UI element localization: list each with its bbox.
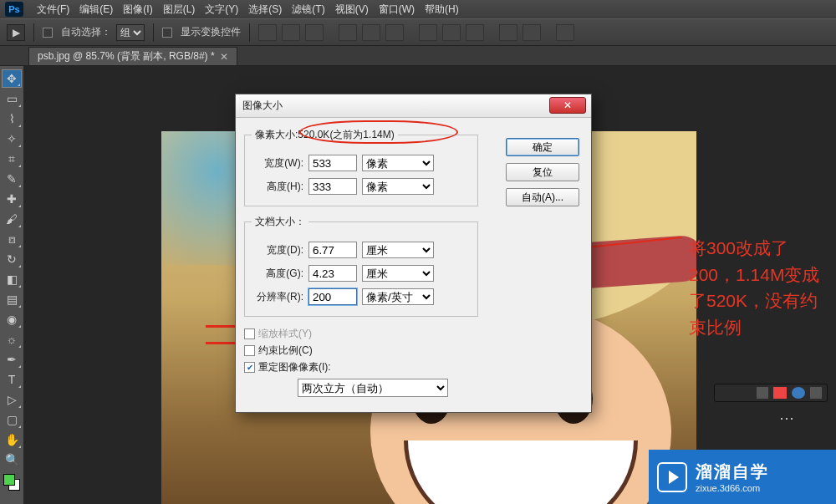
pixel-legend-prefix: 像素大小: bbox=[255, 129, 298, 140]
watermark-brand: 溜溜自学 bbox=[696, 461, 769, 483]
distribute-spacing-h-icon[interactable] bbox=[499, 24, 517, 41]
distribute-spacing-v-icon[interactable] bbox=[522, 24, 541, 41]
distribute-v-icon[interactable] bbox=[442, 24, 461, 41]
pen-tool[interactable]: ✒ bbox=[2, 350, 22, 369]
resample-method-dropdown[interactable]: 两次立方（自动） bbox=[298, 379, 448, 397]
auto-select-dropdown[interactable]: 组 bbox=[116, 24, 145, 41]
history-brush-tool[interactable]: ↻ bbox=[2, 250, 22, 268]
move-tool-icon[interactable]: ▶ bbox=[7, 24, 25, 41]
align-center-v-icon[interactable] bbox=[362, 24, 380, 41]
align-center-h-icon[interactable] bbox=[282, 24, 300, 41]
separator bbox=[249, 23, 250, 42]
hand-tool[interactable]: ✋ bbox=[2, 430, 22, 449]
stamp-tool[interactable]: ⧈ bbox=[2, 230, 22, 248]
gradient-tool[interactable]: ▤ bbox=[2, 290, 22, 308]
auto-button[interactable]: 自动(A)... bbox=[506, 188, 579, 206]
watermark-play-icon bbox=[657, 462, 687, 492]
path-select-tool[interactable]: ▷ bbox=[2, 390, 22, 409]
tools-panel: ✥ ▭ ⌇ ✧ ⌗ ✎ ✚ 🖌 ⧈ ↻ ◧ ▤ ◉ ☼ ✒ T ▷ ▢ ✋ 🔍 bbox=[0, 66, 23, 491]
menubar: Ps 文件(F) 编辑(E) 图像(I) 图层(L) 文字(Y) 选择(S) 滤… bbox=[0, 0, 836, 18]
align-top-icon[interactable] bbox=[339, 24, 357, 41]
menu-image[interactable]: 图像(I) bbox=[118, 3, 157, 17]
height-px-label: 高度(H): bbox=[252, 180, 303, 194]
ok-button[interactable]: 确定 bbox=[506, 138, 579, 156]
separator bbox=[153, 23, 154, 42]
width-px-input[interactable] bbox=[308, 155, 357, 171]
distribute-center-icon[interactable] bbox=[466, 24, 484, 41]
dialog-close-button[interactable]: ✕ bbox=[549, 97, 586, 114]
document-size-group: 文档大小： 宽度(D): 厘米 高度(G): 厘米 分辨率(R): 像素/英寸 bbox=[244, 215, 478, 317]
menu-select[interactable]: 选择(S) bbox=[243, 3, 287, 17]
dock-icon[interactable] bbox=[757, 387, 768, 399]
lasso-tool[interactable]: ⌇ bbox=[2, 109, 22, 128]
close-tab-icon[interactable]: ✕ bbox=[220, 51, 228, 63]
3d-mode-icon[interactable] bbox=[556, 24, 574, 41]
tab-document[interactable]: psb.jpg @ 85.7% (背景 副本, RGB/8#) * ✕ bbox=[28, 47, 237, 65]
move-tool[interactable]: ✥ bbox=[2, 69, 22, 88]
height-px-input[interactable] bbox=[308, 178, 357, 195]
width-doc-unit[interactable]: 厘米 bbox=[362, 242, 434, 258]
shape-tool[interactable]: ▢ bbox=[2, 410, 22, 429]
dialog-titlebar[interactable]: 图像大小 ✕ bbox=[236, 94, 591, 118]
marquee-tool[interactable]: ▭ bbox=[2, 89, 22, 108]
show-transform-label: 显示变换控件 bbox=[181, 25, 241, 39]
dialog-body: 确定 复位 自动(A)... 像素大小:520.0K(之前为1.14M) 宽度(… bbox=[236, 118, 591, 412]
panel-collapse-icon[interactable]: ⋯ bbox=[779, 409, 796, 427]
constrain-proportions-checkbox[interactable] bbox=[244, 345, 255, 356]
resolution-unit[interactable]: 像素/英寸 bbox=[362, 288, 434, 305]
arrow-icon: ▶ bbox=[13, 27, 20, 38]
distribute-h-icon[interactable] bbox=[419, 24, 437, 41]
width-px-label: 宽度(W): bbox=[252, 156, 303, 171]
dialog-title: 图像大小 bbox=[242, 99, 283, 113]
dock-icon[interactable] bbox=[810, 387, 822, 399]
menu-filter[interactable]: 滤镜(T) bbox=[287, 3, 329, 17]
ps-logo: Ps bbox=[5, 2, 23, 17]
height-doc-input[interactable] bbox=[308, 265, 357, 282]
brush-tool[interactable]: 🖌 bbox=[2, 210, 22, 228]
width-doc-label: 宽度(D): bbox=[252, 243, 303, 257]
align-right-icon[interactable] bbox=[305, 24, 324, 41]
crop-tool[interactable]: ⌗ bbox=[2, 150, 22, 168]
dock-icon-blue[interactable] bbox=[792, 387, 805, 399]
wand-tool[interactable]: ✧ bbox=[2, 130, 22, 148]
height-doc-unit[interactable]: 厘米 bbox=[362, 265, 434, 282]
menu-help[interactable]: 帮助(H) bbox=[420, 3, 464, 17]
scale-styles-label: 缩放样式(Y) bbox=[258, 327, 312, 341]
dock-icon-red[interactable] bbox=[773, 387, 787, 399]
heal-tool[interactable]: ✚ bbox=[2, 190, 22, 208]
separator bbox=[33, 23, 34, 42]
foreground-color-swatch[interactable] bbox=[3, 474, 15, 486]
menu-view[interactable]: 视图(V) bbox=[330, 3, 374, 17]
constrain-proportions-label: 约束比例(C) bbox=[258, 344, 313, 358]
menu-type[interactable]: 文字(Y) bbox=[200, 3, 243, 17]
dodge-tool[interactable]: ☼ bbox=[2, 330, 22, 349]
zoom-tool[interactable]: 🔍 bbox=[2, 451, 22, 469]
auto-select-checkbox[interactable] bbox=[43, 28, 53, 38]
reset-button[interactable]: 复位 bbox=[506, 163, 579, 181]
options-bar: ▶ 自动选择： 组 显示变换控件 bbox=[0, 18, 836, 46]
image-mouth bbox=[404, 440, 638, 504]
menu-edit[interactable]: 编辑(E) bbox=[74, 3, 118, 17]
menu-file[interactable]: 文件(F) bbox=[32, 3, 74, 17]
annotation-text: 将300改成了200，1.14M变成了520K，没有约束比例 bbox=[689, 235, 831, 340]
align-bottom-icon[interactable] bbox=[385, 24, 404, 41]
show-transform-checkbox[interactable] bbox=[162, 28, 172, 38]
color-swatches[interactable] bbox=[3, 474, 20, 491]
type-tool[interactable]: T bbox=[2, 370, 22, 389]
height-px-unit[interactable]: 像素 bbox=[362, 178, 434, 195]
width-px-unit[interactable]: 像素 bbox=[362, 155, 434, 171]
resolution-label: 分辨率(R): bbox=[252, 290, 303, 304]
menu-window[interactable]: 窗口(W) bbox=[374, 3, 420, 17]
align-left-icon[interactable] bbox=[258, 24, 277, 41]
eyedropper-tool[interactable]: ✎ bbox=[2, 170, 22, 188]
document-tabs: psb.jpg @ 85.7% (背景 副本, RGB/8#) * ✕ bbox=[0, 46, 836, 66]
width-doc-input[interactable] bbox=[308, 242, 357, 258]
resample-checkbox[interactable] bbox=[244, 362, 255, 373]
resolution-input[interactable] bbox=[308, 288, 357, 305]
blur-tool[interactable]: ◉ bbox=[2, 310, 22, 328]
tab-title: psb.jpg @ 85.7% (背景 副本, RGB/8#) * bbox=[38, 49, 215, 64]
eraser-tool[interactable]: ◧ bbox=[2, 270, 22, 288]
menu-layer[interactable]: 图层(L) bbox=[158, 3, 201, 17]
right-dock[interactable] bbox=[714, 384, 828, 402]
watermark-text: 溜溜自学 zixue.3d66.com bbox=[696, 461, 769, 493]
